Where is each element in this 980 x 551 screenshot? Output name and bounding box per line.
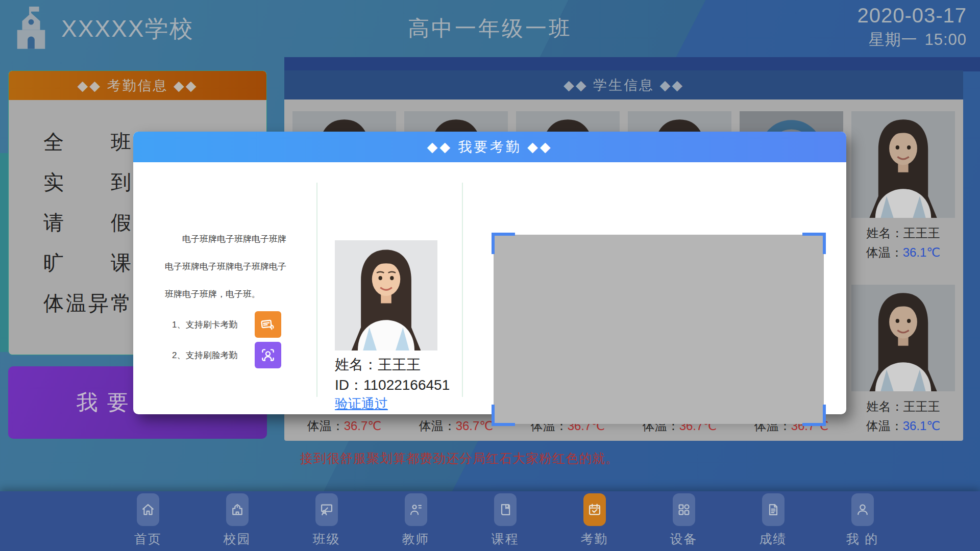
student-panel-title: ◆◆ 学生信息 ◆◆ [284,70,963,99]
verified-student-name: 姓名：王王王 [335,355,421,374]
student-name: 姓名：王王王 [851,225,955,241]
student-temperature: 体温：36.7℃ [292,418,396,434]
modal-description-line: 电子班牌电子班牌电子班牌电子 [165,253,293,281]
nav-label: 成绩 [760,531,787,547]
attendance-modal: ◆◆ 我要考勤 ◆◆ 电子班牌电子班牌电子班牌电子班牌电子班牌电子班牌电子班牌电… [133,132,846,414]
time: 15:00 [924,31,967,48]
attendance-row: 旷课 [43,243,131,283]
student-photo [851,111,955,218]
attendance-panel-title: ◆◆ 考勤信息 ◆◆ [9,71,266,100]
verify-status-link[interactable]: 验证通过 [335,395,388,413]
nav-label: 首页 [134,531,162,547]
student-name: 姓名：王王王 [851,398,955,415]
profile-icon [851,493,874,526]
attendance-rows: 全班实到请假旷课体温异常 [43,122,131,323]
attendance-icon [583,493,606,526]
verified-student-id: ID：11022166451 [335,375,450,395]
nav-item-attendance[interactable]: 考勤 [550,491,639,547]
modal-feature-text: 1、支持刷卡考勤 [172,319,244,331]
nav-item-class[interactable]: 班级 [282,491,371,547]
background-shape [0,153,8,352]
class-icon [315,493,338,526]
class-title: 高中一年级一班 [408,14,572,43]
attendance-row: 全班 [43,122,131,162]
score-icon [762,493,785,526]
notice-marquee: 接到很舒服聚划算都费劲还分局红石大家粉红色的就。 [300,450,619,467]
camera-corner-bracket [492,233,515,254]
student-photo [851,285,955,391]
face-scan-icon [255,342,281,368]
modal-feature-item: 1、支持刷卡考勤 [172,309,281,340]
nav-item-profile[interactable]: 我 的 [818,491,907,547]
attendance-row: 请假 [43,203,131,243]
school-name: XXXXX学校 [61,13,193,45]
card-swipe-icon [255,311,281,338]
date: 2020-03-17 [857,4,967,27]
header-underband [284,57,980,71]
camera-corner-bracket [492,405,515,426]
weekday-time: 星期一15:00 [857,29,967,51]
nav-label: 校园 [224,531,251,547]
nav-label: 考勤 [581,531,608,547]
camera-preview [494,235,824,424]
home-icon [137,493,159,526]
attendance-modal-title: ◆◆ 我要考勤 ◆◆ [133,132,846,162]
divider [316,183,317,397]
nav-label: 课程 [492,531,519,547]
camera-corner-bracket [802,233,826,254]
campus-icon [226,493,249,526]
bottom-nav: 首页校园班级教师课程考勤设备成绩我 的 [0,491,980,551]
datetime: 2020-03-17 星期一15:00 [857,4,967,51]
modal-features: 1、支持刷卡考勤 2、支持刷脸考勤 [172,309,281,370]
nav-item-score[interactable]: 成绩 [728,491,818,547]
camera-corner-bracket [802,405,826,426]
nav-label: 设备 [670,531,698,547]
attendance-row: 实到 [43,162,131,203]
nav-item-campus[interactable]: 校园 [192,491,282,547]
nav-item-device[interactable]: 设备 [639,491,728,547]
school-logo-icon [11,5,51,50]
modal-description: 电子班牌电子班牌电子班牌电子班牌电子班牌电子班牌电子班牌电子班牌，电子班。 [165,226,293,308]
device-icon [673,493,695,526]
attendance-row: 体温异常 [43,283,131,323]
weekday: 星期一 [868,31,917,48]
nav-item-home[interactable]: 首页 [103,491,192,547]
modal-description-line: 电子班牌电子班牌电子班牌 [165,226,293,253]
student-temperature: 体温：36.1℃ [851,418,955,434]
nav-items: 首页校园班级教师课程考勤设备成绩我 的 [103,491,907,547]
verified-student-photo [335,240,437,350]
header: XXXXX学校 高中一年级一班 2020-03-17 星期一15:00 [0,0,980,57]
student-card: 姓名：王王王 体温：36.1℃ [851,111,955,261]
student-card: 姓名：王王王 体温：36.1℃ [851,285,955,434]
modal-feature-item: 2、支持刷脸考勤 [172,340,281,370]
nav-item-teacher[interactable]: 教师 [371,491,460,547]
attendance-modal-body: 电子班牌电子班牌电子班牌电子班牌电子班牌电子班牌电子班牌电子班牌，电子班。 1、… [133,162,846,414]
nav-item-course[interactable]: 课程 [460,491,550,547]
course-icon [494,493,517,526]
divider [462,183,463,397]
modal-description-line: 班牌电子班牌，电子班。 [165,281,293,308]
e-classboard-screen: XXXXX学校 高中一年级一班 2020-03-17 星期一15:00 ◆◆ 考… [0,0,980,551]
nav-label: 教师 [402,531,430,547]
student-temperature: 体温：36.1℃ [851,244,955,261]
nav-label: 我 的 [846,531,878,547]
modal-feature-text: 2、支持刷脸考勤 [172,349,244,361]
teacher-icon [405,493,427,526]
nav-label: 班级 [313,531,340,547]
